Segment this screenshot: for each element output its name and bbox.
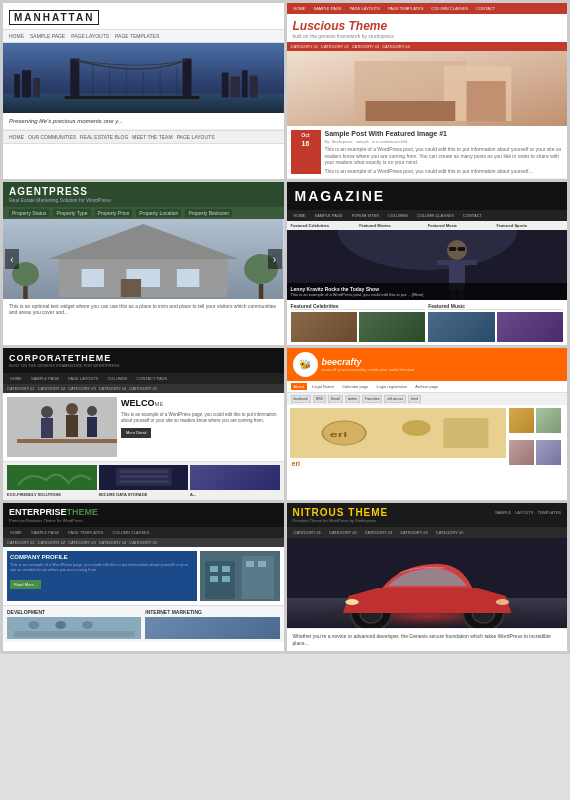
ap-nav5[interactable]: Property Bedroom: [185, 209, 232, 217]
corp-cat1[interactable]: CATEGORY #1: [7, 386, 35, 391]
bee-nav-legal[interactable]: Legal Notice: [309, 383, 337, 390]
ap-nav1[interactable]: Property Status: [9, 209, 49, 217]
featured-movies[interactable]: Featured Movies: [359, 223, 426, 228]
corporate-hero-image: [7, 397, 117, 457]
topbar-templates[interactable]: PAGE TEMPLATES: [385, 5, 426, 12]
corp-cat5[interactable]: CATEGORY #5: [129, 386, 157, 391]
nav-sample[interactable]: SAMPLE PAGE: [30, 33, 65, 39]
ent-cat5[interactable]: CATEGORY #5: [129, 540, 157, 545]
topbar-columns[interactable]: COLUMN CLASSES: [428, 5, 471, 12]
bee-nav-about[interactable]: About: [291, 383, 307, 390]
mag-nav6[interactable]: CONTACT: [460, 212, 485, 219]
bee-email[interactable]: Email: [328, 395, 343, 403]
ap-nav3[interactable]: Property Price: [95, 209, 133, 217]
topbar-sample[interactable]: SAMPLE PAGE: [311, 5, 345, 12]
carousel-prev[interactable]: ‹: [5, 249, 19, 269]
featured-celebs[interactable]: Featured Celebrities: [291, 223, 358, 228]
ap-nav4[interactable]: Property Location: [136, 209, 181, 217]
corp-nav5[interactable]: CONTACT PAGE: [134, 375, 171, 382]
corp-nav4[interactable]: COLUMNS: [104, 375, 130, 382]
corp-cat4[interactable]: CATEGORY #4: [99, 386, 127, 391]
featured-music[interactable]: Featured Music: [428, 223, 495, 228]
bee-favorites[interactable]: Favorites: [362, 395, 382, 403]
nav-templates[interactable]: PAGE TEMPLATES: [115, 33, 159, 39]
mag-nav1[interactable]: HOME: [291, 212, 309, 219]
mag-nav2[interactable]: SAMPLE PAGE: [312, 212, 346, 219]
nitrous-cat-nav[interactable]: CATEGORY #1 CATEGORY #2 CATEGORY #3 CATE…: [287, 527, 568, 538]
nav-home[interactable]: HOME: [9, 33, 24, 39]
nit-nav2[interactable]: LAYOUTS: [515, 510, 533, 515]
corporate-title: CORPORATETHEME: [9, 353, 278, 363]
manhattan-nav[interactable]: HOME SAMPLE PAGE PAGE LAYOUTS PAGE TEMPL…: [3, 30, 284, 43]
enterprise-marketing: INTERNET MARKETING: [145, 609, 279, 639]
nit-nav1[interactable]: SAMPLE: [495, 510, 511, 515]
corp-cat2[interactable]: CATEGORY #2: [38, 386, 66, 391]
corp-cat3[interactable]: CATEGORY #3: [68, 386, 96, 391]
nit-cat5[interactable]: CATEGORY #5: [433, 529, 467, 536]
svg-rect-42: [437, 260, 449, 265]
enterprise-nav[interactable]: HOME SAMPLE PAGE PAGE TEMPLATES COLUMN C…: [3, 527, 284, 538]
bee-feed[interactable]: feed: [408, 395, 421, 403]
bee-nav[interactable]: About Legal Notice Calendar page Login r…: [287, 381, 568, 393]
svg-rect-57: [119, 470, 168, 473]
bee-toolbar[interactable]: facebook RSS Email twitter Favorites del…: [287, 393, 568, 405]
corporate-cat-nav[interactable]: CATEGORY #1 CATEGORY #2 CATEGORY #3 CATE…: [3, 384, 284, 393]
ent-cat1[interactable]: CATEGORY #1: [7, 540, 35, 545]
nit-cat4[interactable]: CATEGORY #4: [397, 529, 431, 536]
mag-nav5[interactable]: COLUMN CLASSES: [414, 212, 457, 219]
ent-nav1[interactable]: HOME: [7, 529, 25, 536]
luscious-cat3[interactable]: CATEGORY #3: [352, 44, 380, 49]
ent-nav3[interactable]: PAGE TEMPLATES: [65, 529, 106, 536]
ent-cat3[interactable]: CATEGORY #3: [68, 540, 96, 545]
luscious-cat1[interactable]: CATEGORY #1: [291, 44, 319, 49]
manhattan-subnav[interactable]: HOME OUR COMMUNITIES REAL ESTATE BLOG ME…: [3, 130, 284, 144]
enterprise-cat-nav[interactable]: CATEGORY #1 CATEGORY #2 CATEGORY #3 CATE…: [3, 538, 284, 547]
magazine-bottom-sections: Featured Celebrities Featured Music: [287, 300, 568, 345]
topbar-contact[interactable]: CONTACT: [473, 5, 498, 12]
ent-nav4[interactable]: COLUMN CLASSES: [110, 529, 153, 536]
ent-nav2[interactable]: SAMPLE PAGE: [28, 529, 62, 536]
luscious-cat2[interactable]: CATEGORY #2: [321, 44, 349, 49]
enterprise-read-more[interactable]: Read More...: [10, 580, 41, 589]
enterprise-dev-img: [7, 617, 141, 639]
corporate-theme: CORPORATETHEME BUILT ON THE GENESIS FRAM…: [3, 348, 284, 500]
corp-nav1[interactable]: HOME: [7, 375, 25, 382]
luscious-cat4[interactable]: CATEGORY #4: [382, 44, 410, 49]
nav-layouts[interactable]: PAGE LAYOUTS: [71, 33, 109, 39]
enterprise-title-part1: ENTERPRISE: [9, 507, 67, 517]
bee-delicious[interactable]: del.icio.us: [384, 395, 406, 403]
bee-twitter[interactable]: twitter: [345, 395, 360, 403]
ent-cat4[interactable]: CATEGORY #4: [99, 540, 127, 545]
topbar-layouts[interactable]: PAGE LAYOUTS: [347, 5, 383, 12]
bee-rss[interactable]: RSS: [313, 395, 326, 403]
corp-nav2[interactable]: SAMPLE PAGE: [28, 375, 62, 382]
topbar-home[interactable]: HOME: [291, 5, 309, 12]
nit-cat3[interactable]: CATEGORY #3: [362, 529, 396, 536]
carousel-next[interactable]: ›: [268, 249, 282, 269]
mag-nav4[interactable]: COLUMNS: [385, 212, 411, 219]
nit-nav3[interactable]: TEMPLATES: [538, 510, 562, 515]
nitrous-nav-right[interactable]: SAMPLE LAYOUTS TEMPLATES: [495, 510, 561, 515]
bee-nav-login[interactable]: Login registration: [373, 383, 410, 390]
luscious-post-title[interactable]: Sample Post With Featured Image #1: [325, 130, 564, 137]
nit-cat2[interactable]: CATEGORY #2: [326, 529, 360, 536]
featured-sports[interactable]: Featured Sports: [496, 223, 563, 228]
luscious-nav[interactable]: CATEGORY #1 CATEGORY #2 CATEGORY #3 CATE…: [287, 42, 568, 51]
corp-nav3[interactable]: PAGE LAYOUTS: [65, 375, 101, 382]
mag-nav3[interactable]: FORUM SITES: [349, 212, 382, 219]
nit-cat1[interactable]: CATEGORY #1: [291, 529, 325, 536]
enterprise-bottom: DEVELOPMENT INTERNET MARKETING: [3, 605, 284, 642]
agentpress-nav[interactable]: Property Status Property Type Property P…: [3, 207, 284, 219]
mag-music-section: Featured Music: [428, 303, 563, 342]
svg-rect-17: [250, 76, 258, 98]
magazine-nav[interactable]: HOME SAMPLE PAGE FORUM SITES COLUMNS COL…: [287, 210, 568, 221]
bee-nav-archive[interactable]: Archive page: [412, 383, 441, 390]
bee-facebook[interactable]: facebook: [291, 395, 311, 403]
svg-rect-39: [458, 247, 465, 251]
corporate-more-button[interactable]: More Detail: [121, 428, 151, 438]
ap-nav2[interactable]: Property Type: [53, 209, 90, 217]
corporate-nav[interactable]: HOME SAMPLE PAGE PAGE LAYOUTS COLUMNS CO…: [3, 373, 284, 384]
bee-nav-calendar[interactable]: Calendar page: [339, 383, 371, 390]
ent-cat2[interactable]: CATEGORY #2: [38, 540, 66, 545]
luscious-topbar[interactable]: HOME SAMPLE PAGE PAGE LAYOUTS PAGE TEMPL…: [287, 3, 568, 14]
